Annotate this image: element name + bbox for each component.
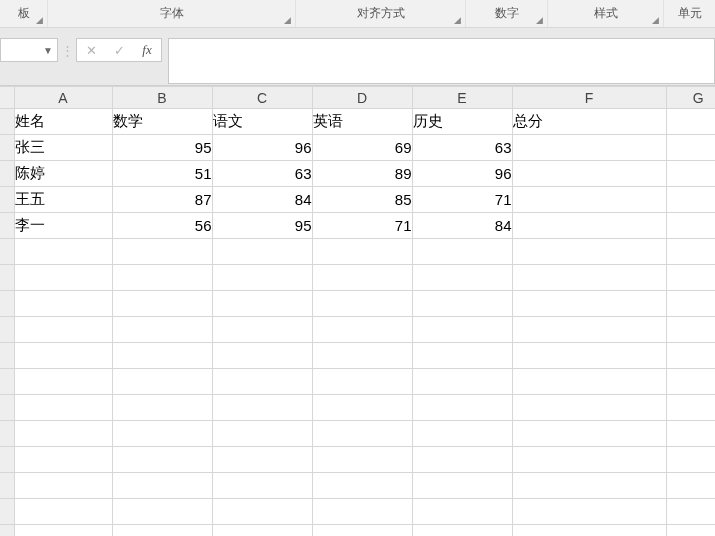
cell[interactable] <box>14 499 112 525</box>
cell[interactable] <box>512 265 666 291</box>
cell[interactable] <box>412 317 512 343</box>
cell[interactable] <box>666 291 715 317</box>
cell[interactable] <box>666 369 715 395</box>
cell[interactable] <box>14 291 112 317</box>
cell[interactable] <box>412 395 512 421</box>
cell[interactable] <box>512 369 666 395</box>
cell[interactable] <box>112 239 212 265</box>
cell[interactable] <box>14 265 112 291</box>
cell[interactable] <box>212 317 312 343</box>
enter-icon[interactable]: ✓ <box>105 39 133 61</box>
cell[interactable] <box>14 317 112 343</box>
dialog-launcher-icon[interactable]: ◢ <box>452 15 462 25</box>
row-header[interactable] <box>0 187 14 213</box>
cell[interactable] <box>212 369 312 395</box>
cell[interactable] <box>666 447 715 473</box>
cell[interactable]: 张三 <box>14 135 112 161</box>
cell[interactable]: 51 <box>112 161 212 187</box>
cell[interactable]: 69 <box>312 135 412 161</box>
cell[interactable] <box>666 109 715 135</box>
column-header-C[interactable]: C <box>212 87 312 109</box>
cell[interactable] <box>312 447 412 473</box>
cell[interactable] <box>666 421 715 447</box>
cell[interactable] <box>312 343 412 369</box>
cell[interactable] <box>512 239 666 265</box>
cell[interactable] <box>212 291 312 317</box>
cell[interactable] <box>112 317 212 343</box>
cell[interactable] <box>112 447 212 473</box>
column-header-B[interactable]: B <box>112 87 212 109</box>
cell[interactable]: 姓名 <box>14 109 112 135</box>
cell[interactable]: 85 <box>312 187 412 213</box>
cell[interactable]: 李一 <box>14 213 112 239</box>
cell[interactable] <box>212 421 312 447</box>
cell[interactable] <box>14 421 112 447</box>
cell[interactable] <box>512 447 666 473</box>
cell[interactable]: 英语 <box>312 109 412 135</box>
cell[interactable] <box>666 239 715 265</box>
column-header-E[interactable]: E <box>412 87 512 109</box>
row-header[interactable] <box>0 135 14 161</box>
cell[interactable] <box>112 265 212 291</box>
cell[interactable] <box>112 499 212 525</box>
insert-function-button[interactable]: fx <box>133 39 161 61</box>
cell[interactable] <box>512 135 666 161</box>
cell[interactable]: 84 <box>212 187 312 213</box>
cell[interactable] <box>512 525 666 537</box>
cell[interactable] <box>666 135 715 161</box>
cell[interactable] <box>312 473 412 499</box>
cell[interactable]: 96 <box>412 161 512 187</box>
cell[interactable] <box>512 473 666 499</box>
cell[interactable] <box>512 421 666 447</box>
cell[interactable] <box>312 265 412 291</box>
cell[interactable]: 语文 <box>212 109 312 135</box>
column-header-G[interactable]: G <box>666 87 715 109</box>
dialog-launcher-icon[interactable]: ◢ <box>650 15 660 25</box>
cell[interactable] <box>666 265 715 291</box>
cell[interactable] <box>512 343 666 369</box>
cell[interactable] <box>312 525 412 537</box>
cell[interactable] <box>512 161 666 187</box>
formula-input[interactable] <box>169 39 714 83</box>
cell[interactable] <box>512 317 666 343</box>
name-box[interactable]: ▼ <box>0 38 58 62</box>
cell[interactable]: 87 <box>112 187 212 213</box>
cell[interactable] <box>412 343 512 369</box>
cell[interactable]: 总分 <box>512 109 666 135</box>
row-header[interactable] <box>0 265 14 291</box>
cell[interactable] <box>212 525 312 537</box>
cell[interactable] <box>312 317 412 343</box>
cell[interactable]: 95 <box>212 213 312 239</box>
cell[interactable] <box>412 447 512 473</box>
cell[interactable] <box>666 473 715 499</box>
cell[interactable] <box>112 421 212 447</box>
cell[interactable]: 71 <box>412 187 512 213</box>
cell[interactable] <box>312 369 412 395</box>
row-header[interactable] <box>0 525 14 537</box>
cell[interactable] <box>112 369 212 395</box>
cell[interactable]: 71 <box>312 213 412 239</box>
cell[interactable] <box>112 395 212 421</box>
cell[interactable] <box>412 421 512 447</box>
row-header[interactable] <box>0 239 14 265</box>
cell[interactable]: 历史 <box>412 109 512 135</box>
cell[interactable] <box>412 239 512 265</box>
cell[interactable] <box>412 369 512 395</box>
cell[interactable]: 84 <box>412 213 512 239</box>
cell[interactable] <box>666 343 715 369</box>
cell[interactable] <box>112 525 212 537</box>
cell[interactable] <box>212 265 312 291</box>
cell[interactable] <box>412 473 512 499</box>
cell[interactable] <box>212 473 312 499</box>
row-header[interactable] <box>0 499 14 525</box>
cell[interactable]: 95 <box>112 135 212 161</box>
row-header[interactable] <box>0 109 14 135</box>
cell[interactable] <box>666 161 715 187</box>
cell[interactable]: 63 <box>212 161 312 187</box>
cell[interactable] <box>512 291 666 317</box>
row-header[interactable] <box>0 473 14 499</box>
cell[interactable] <box>112 291 212 317</box>
cell[interactable] <box>14 369 112 395</box>
cell[interactable] <box>14 525 112 537</box>
row-header[interactable] <box>0 213 14 239</box>
